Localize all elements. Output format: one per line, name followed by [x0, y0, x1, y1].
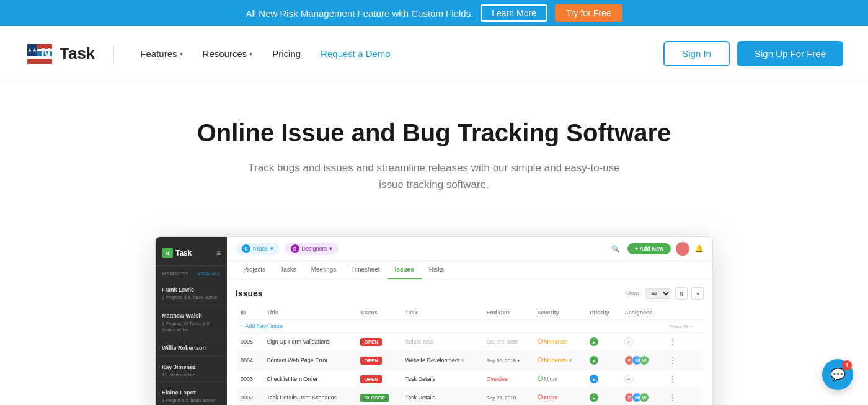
tab-tasks[interactable]: Tasks: [273, 261, 304, 279]
tab-risks[interactable]: Risks: [422, 261, 451, 279]
chat-badge: 1: [842, 360, 852, 370]
nav-divider: [113, 45, 114, 63]
col-actions: [664, 306, 704, 320]
issue-id: 0004: [236, 351, 262, 370]
add-issue-row[interactable]: + Add New Issue Press Alt +: [236, 320, 704, 333]
hero-title: Online Issue and Bug Tracking Software: [25, 119, 843, 147]
member-detail: 1 Project, 10 Tasks & 6 Issues active: [162, 321, 221, 333]
issue-status: OPEN: [355, 351, 400, 370]
issue-priority: ▶: [585, 388, 619, 405]
issue-title: Checklist Item Order: [262, 370, 355, 388]
sidebar-logo-box: N: [162, 248, 173, 258]
issue-more[interactable]: ⋮: [664, 351, 704, 370]
issues-title: Issues: [236, 288, 263, 298]
priority-play-icon: ▶: [590, 356, 598, 365]
sidebar-header: N Task ≡: [156, 244, 227, 266]
show-select[interactable]: All: [645, 288, 671, 299]
team-name: nTask: [253, 246, 268, 252]
nav-links: Features ▾ Resources ▾ Pricing Request a…: [133, 43, 397, 64]
sidebar-member-kay: Kay Jimenez 11 Issues active: [156, 357, 227, 383]
features-chevron-icon: ▾: [180, 50, 183, 57]
issue-title: Contact Web Page Error: [262, 351, 355, 370]
issue-status: OPEN: [355, 370, 400, 388]
issues-table: ID Title Status Task End Date Severity P…: [236, 306, 704, 405]
add-assignee-button[interactable]: +: [624, 375, 633, 383]
notification-bell-icon[interactable]: 🔔: [694, 244, 704, 253]
workspace-avatar: D: [291, 244, 299, 253]
sidebar-member-frank: Frank Lewis 2 Projects & 8 Tasks active: [156, 279, 227, 305]
nav-demo[interactable]: Request a Demo: [313, 43, 398, 64]
issue-severity: Minor: [533, 370, 585, 388]
issue-assignees: F M W: [619, 388, 664, 405]
resources-chevron-icon: ▾: [249, 50, 252, 57]
col-end-date: End Date: [482, 306, 533, 320]
learn-more-button[interactable]: Learn More: [480, 4, 547, 22]
tab-timesheet[interactable]: Timesheet: [343, 261, 387, 279]
col-priority: Priority: [585, 306, 619, 320]
workspace-chevron-icon: ▾: [329, 246, 332, 252]
issue-priority: ▶: [585, 333, 619, 351]
search-button[interactable]: 🔍: [609, 242, 622, 256]
nav-features[interactable]: Features ▾: [133, 43, 190, 64]
app-topbar: N nTask ▾ D Designers ▾ 🔍 + Add New 🔔: [227, 237, 712, 261]
app-main: N nTask ▾ D Designers ▾ 🔍 + Add New 🔔: [227, 237, 712, 405]
member-name: Frank Lewis: [162, 287, 194, 293]
logo-icon: ★★ N: [25, 42, 55, 66]
issues-controls: Show: All ⇅ ▾: [626, 287, 704, 300]
issue-more[interactable]: ⋮: [664, 333, 704, 351]
nav-pricing[interactable]: Pricing: [265, 43, 308, 64]
issues-header: Issues Show: All ⇅ ▾: [236, 287, 704, 300]
issue-end-date: Sep 28, 2018: [482, 388, 533, 405]
sidebar-logo: N Task: [162, 248, 192, 258]
issue-id: 0002: [236, 388, 262, 405]
issue-task[interactable]: Select Task: [401, 333, 482, 351]
sidebar-member-willie: Willie Robertson: [156, 337, 227, 357]
assignees-group: F M W: [624, 393, 659, 403]
filter-icon[interactable]: ▾: [691, 287, 704, 300]
issue-priority: ▶: [585, 370, 619, 388]
add-issue-cell[interactable]: + Add New Issue: [236, 320, 664, 333]
sidebar-member-matthew: Matthew Walsh 1 Project, 10 Tasks & 6 Is…: [156, 305, 227, 337]
issue-severity: Moderate ▾: [533, 351, 585, 370]
sign-up-button[interactable]: Sign Up For Free: [737, 41, 843, 66]
team-avatar: N: [242, 244, 250, 253]
issue-more[interactable]: ⋮: [664, 370, 704, 388]
logo-link[interactable]: ★★ N Task: [25, 42, 95, 66]
table-header-row: ID Title Status Task End Date Severity P…: [236, 306, 704, 320]
issue-task: Task Details: [401, 370, 482, 388]
table-row: 0003 Checklist Item Order OPEN Task Deta…: [236, 370, 704, 388]
issue-more[interactable]: ⋮: [664, 388, 704, 405]
issue-end-date: Set end date: [482, 333, 533, 351]
member-detail: 11 Issues active: [162, 372, 221, 378]
member-detail: 2 Projects & 8 Tasks active: [162, 295, 221, 301]
tab-meetings[interactable]: Meetings: [304, 261, 344, 279]
members-section-title: MEMBERS View All: [156, 266, 227, 279]
add-new-button[interactable]: + Add New: [627, 243, 671, 254]
col-id: ID: [236, 306, 262, 320]
workspace-badge[interactable]: D Designers ▾: [285, 243, 339, 255]
hero-section: Online Issue and Bug Tracking Software T…: [0, 82, 868, 211]
table-row: 0004 Contact Web Page Error OPEN Website…: [236, 351, 704, 370]
sign-in-button[interactable]: Sign In: [663, 41, 730, 66]
tab-projects[interactable]: Projects: [236, 261, 273, 279]
chat-bubble-button[interactable]: 💬 1: [822, 359, 853, 390]
team-chevron-icon: ▾: [270, 246, 273, 252]
add-assignee-button[interactable]: +: [624, 337, 633, 346]
nav-resources[interactable]: Resources ▾: [195, 43, 260, 64]
topbar-left: N nTask ▾ D Designers ▾: [236, 243, 339, 255]
sort-icon[interactable]: ⇅: [675, 287, 688, 300]
issue-severity: Major: [533, 388, 585, 405]
workspace-name: Designers: [302, 246, 327, 252]
issue-priority: ▶: [585, 351, 619, 370]
issue-task: Website Development ▾: [401, 351, 482, 370]
assignee-avatar: W: [639, 355, 649, 365]
col-task: Task: [401, 306, 482, 320]
user-avatar: [676, 242, 689, 256]
svg-point-8: [677, 251, 688, 256]
view-all-link[interactable]: View All: [197, 271, 221, 277]
try-free-button[interactable]: Try for Free: [555, 4, 622, 22]
svg-text:★★: ★★: [27, 47, 37, 53]
assignee-avatar: W: [639, 393, 649, 403]
tab-issues[interactable]: Issues: [388, 261, 422, 279]
team-badge[interactable]: N nTask ▾: [236, 243, 280, 255]
